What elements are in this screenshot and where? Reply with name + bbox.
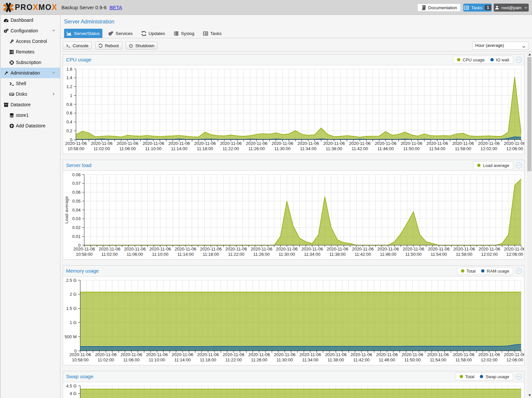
legend-item[interactable]: CPU usage	[457, 57, 484, 62]
life-ring-icon	[9, 60, 14, 65]
panel-header: Swap usageTotalSwap usage	[63, 371, 524, 382]
svg-text:11:10:00: 11:10:00	[152, 252, 168, 257]
legend-item[interactable]: Load average	[477, 163, 509, 168]
tab-updates[interactable]: Updates	[139, 29, 168, 38]
tab-serverstatus[interactable]: ServerStatus	[64, 29, 102, 38]
svg-text:2020-11-06: 2020-11-06	[377, 247, 399, 251]
svg-text:11:22:00: 11:22:00	[225, 357, 242, 362]
tab-services[interactable]: Services	[106, 29, 135, 38]
legend-dot-icon	[477, 164, 480, 167]
svg-text:10:58:00: 10:58:00	[68, 146, 85, 151]
legend-label: Swap usage	[485, 374, 509, 379]
user-label: root@pam	[502, 5, 522, 10]
svg-text:500 M: 500 M	[65, 334, 77, 339]
svg-text:1: 1	[70, 93, 72, 98]
tab-syslog[interactable]: Syslog	[171, 29, 197, 38]
svg-text:11:14:00: 11:14:00	[177, 252, 194, 257]
legend-dot-icon	[457, 58, 460, 61]
svg-text:11:22:00: 11:22:00	[228, 252, 244, 257]
legend-item[interactable]: Total	[460, 374, 474, 379]
caret-down-icon[interactable]	[52, 29, 56, 33]
svg-text:0.04: 0.04	[72, 208, 81, 213]
sidebar-item-add-datastore[interactable]: Add Datastore	[1, 120, 60, 131]
svg-text:2020-11-06: 2020-11-06	[168, 141, 190, 146]
svg-text:2020-11-06: 2020-11-06	[95, 352, 117, 357]
sidebar-item-configuration[interactable]: Configuration	[1, 25, 60, 36]
book-icon	[421, 5, 426, 10]
chart-canvas-cpu-usage: 00.20.40.60.811.21.41.62020-11-0610:58:0…	[63, 65, 524, 154]
legend-item[interactable]: Total	[461, 269, 476, 274]
svg-text:2020-11-06: 2020-11-06	[146, 352, 168, 357]
svg-text:11:02:00: 11:02:00	[101, 252, 118, 257]
sidebar-item-access-control[interactable]: Access Control	[1, 36, 60, 47]
svg-text:11:46:00: 11:46:00	[377, 146, 394, 151]
svg-text:11:26:00: 11:26:00	[253, 252, 270, 257]
svg-text:2020-11-06: 2020-11-06	[402, 352, 423, 357]
collapse-panel-icon[interactable]	[516, 162, 522, 168]
beta-link[interactable]: BETA	[110, 5, 122, 10]
svg-text:11:02:00: 11:02:00	[93, 146, 110, 151]
console-button[interactable]: Console	[63, 42, 92, 50]
caret-down-icon[interactable]	[52, 71, 56, 75]
terminal-icon	[66, 44, 70, 48]
legend-dot-icon	[481, 269, 484, 273]
panel-cpu-usage: CPU usageCPU usageIO wait00.20.40.60.811…	[63, 54, 524, 154]
svg-text:11:38:00: 11:38:00	[328, 357, 344, 362]
timeframe-select[interactable]: Hour (average)	[472, 42, 528, 50]
tasks-count-badge: 1	[485, 5, 491, 10]
svg-text:2020-11-06: 2020-11-06	[246, 141, 267, 146]
scrollbar-thumb[interactable]	[527, 57, 531, 171]
sidebar-item-shell[interactable]: Shell	[1, 78, 60, 89]
svg-text:2020-11-06: 2020-11-06	[351, 352, 372, 357]
sidebar-item-label: Access Control	[16, 39, 47, 44]
legend-item[interactable]: Swap usage	[480, 374, 509, 379]
svg-text:1 G: 1 G	[70, 320, 77, 325]
scrollbar-down-arrow[interactable]	[527, 393, 532, 398]
archive-icon	[3, 102, 9, 107]
tab-tasks[interactable]: Tasks	[200, 29, 225, 38]
sidebar-item-datastore[interactable]: Datastore	[1, 99, 60, 110]
legend-item[interactable]: RAM usage	[481, 269, 509, 274]
sidebar-item-store1[interactable]: store1	[1, 110, 60, 120]
collapse-panel-icon[interactable]	[516, 268, 522, 274]
sidebar-item-remotes[interactable]: Remotes	[1, 47, 60, 57]
user-menu-button[interactable]: root@pam	[494, 4, 529, 12]
svg-text:2020-11-06: 2020-11-06	[251, 247, 272, 251]
svg-text:2020-11-06: 2020-11-06	[327, 247, 348, 251]
collapse-panel-icon[interactable]	[516, 374, 522, 380]
legend-dot-icon	[490, 58, 494, 61]
svg-text:2020-11-06: 2020-11-06	[117, 141, 139, 146]
legend-item[interactable]: IO wait	[490, 57, 509, 62]
svg-text:2020-11-06: 2020-11-06	[220, 141, 242, 146]
svg-text:11:02:00: 11:02:00	[98, 357, 114, 362]
tasks-label: Tasks	[471, 5, 482, 10]
svg-text:2020-11-06: 2020-11-06	[426, 141, 448, 146]
svg-text:2020-11-06: 2020-11-06	[301, 247, 323, 251]
sidebar-item-dashboard[interactable]: Dashboard	[1, 15, 60, 25]
sidebar-item-subscription[interactable]: Subscription	[1, 57, 60, 68]
sidebar-item-disks[interactable]: Disks	[1, 89, 60, 99]
svg-text:11:58:00: 11:58:00	[455, 146, 471, 151]
caret-right-icon[interactable]	[52, 92, 56, 96]
toolbar: Console Reboot Shutdown Hour (average)	[60, 38, 532, 51]
svg-text:11:58:00: 11:58:00	[455, 357, 472, 362]
key-icon	[9, 39, 14, 44]
sidebar-item-administration[interactable]: Administration	[1, 68, 60, 78]
chevron-down-icon	[524, 6, 528, 10]
svg-text:2020-11-06: 2020-11-06	[300, 352, 321, 357]
svg-text:11:34:00: 11:34:00	[302, 357, 319, 362]
panel-title: Memory usage	[66, 266, 99, 276]
main-content: Server Administration ServerStatusServic…	[60, 15, 532, 398]
documentation-button[interactable]: Documentation	[417, 4, 461, 12]
chart-canvas-memory-usage: 0500 M1 G1.5 G2 G2.5 G2020-11-0610:58:00…	[63, 277, 524, 365]
shutdown-button[interactable]: Shutdown	[125, 42, 158, 50]
reboot-button[interactable]: Reboot	[95, 42, 122, 50]
collapse-panel-icon[interactable]	[516, 57, 522, 63]
power-icon	[129, 44, 133, 48]
svg-text:10:58:00: 10:58:00	[76, 252, 93, 257]
scrollbar-up-arrow[interactable]	[527, 52, 532, 57]
tasks-button[interactable]: Tasks 1	[463, 4, 492, 12]
svg-text:11:14:00: 11:14:00	[174, 357, 191, 362]
svg-text:11:34:00: 11:34:00	[300, 146, 316, 151]
sidebar-item-label: store1	[16, 113, 29, 118]
